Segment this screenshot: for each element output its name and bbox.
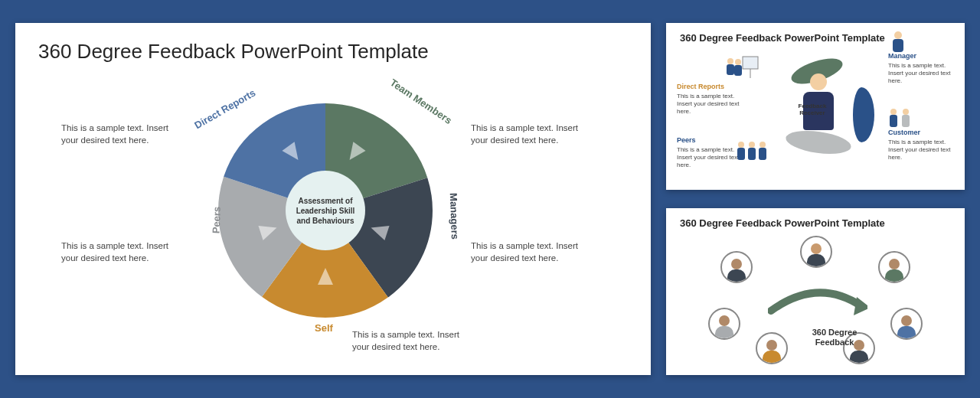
svg-rect-14	[748, 148, 756, 160]
segment-desc-self: This is a sample text. Insert your desir…	[352, 329, 475, 353]
svg-point-21	[903, 109, 909, 115]
avatar-icon	[756, 332, 788, 364]
cycle-arrow-icon	[768, 288, 867, 326]
svg-point-9	[735, 59, 741, 65]
people-icon	[724, 55, 760, 81]
svg-rect-20	[890, 115, 897, 127]
thumb1-diagram: Feedback Receiver Manager This is a samp…	[677, 47, 954, 182]
segment-desc-managers: This is a sample text. Insert your desir…	[471, 240, 593, 264]
thumb2-title: 360 Degree Feedback PowerPoint Template	[680, 217, 951, 229]
blob-shape	[853, 87, 874, 142]
thumbnail-column: 360 Degree Feedback PowerPoint Template …	[666, 23, 965, 375]
main-slide: 360 Degree Feedback PowerPoint Template …	[15, 23, 651, 375]
people-icon	[890, 31, 906, 54]
people-icon	[733, 139, 769, 165]
group-label: Direct Reports	[677, 83, 746, 91]
segment-label-self: Self	[315, 322, 333, 334]
avatar-icon	[708, 308, 740, 340]
people-icon	[887, 107, 913, 130]
svg-rect-12	[737, 148, 745, 160]
group-customer: Customer This is a sample text. Insert y…	[888, 129, 957, 161]
svg-point-15	[760, 142, 766, 148]
svg-point-19	[890, 109, 897, 115]
slide-title: 360 Degree Feedback PowerPoint Template	[38, 40, 628, 64]
segment-label-managers: Managers	[448, 193, 461, 240]
svg-rect-8	[727, 64, 734, 75]
avatar-icon	[800, 236, 832, 268]
svg-point-13	[749, 142, 755, 148]
arrow-icon	[318, 268, 333, 285]
donut-center-label: Assessment of Leadership Skill and Behav…	[286, 171, 365, 250]
svg-point-11	[738, 142, 744, 148]
donut-chart: Assessment of Leadership Skill and Behav…	[218, 103, 433, 318]
thumbnail-slide-1[interactable]: 360 Degree Feedback PowerPoint Template …	[666, 23, 965, 190]
svg-rect-10	[734, 65, 742, 76]
avatar-icon	[890, 308, 923, 340]
thumb1-title: 360 Degree Feedback PowerPoint Template	[680, 32, 951, 44]
group-text: This is a sample text. Insert your desir…	[677, 93, 746, 116]
svg-rect-16	[759, 148, 766, 160]
segment-label-peers: Peers	[211, 207, 223, 234]
group-direct: Direct Reports This is a sample text. In…	[677, 83, 746, 116]
segment-desc-team: This is a sample text. Insert your desir…	[471, 122, 593, 146]
segment-desc-peers: This is a sample text. Insert your desir…	[61, 240, 184, 264]
center-label: Feedback Receiver	[793, 103, 831, 116]
svg-point-17	[894, 31, 902, 39]
avatar-icon	[878, 251, 910, 283]
group-text: This is a sample text. Insert your desir…	[888, 62, 957, 85]
group-text: This is a sample text. Insert your desir…	[888, 139, 957, 161]
segment-desc-direct: This is a sample text. Insert your desir…	[61, 122, 184, 146]
thumb2-diagram: 360 Degree Feedback	[708, 242, 923, 366]
thumb2-caption: 360 Degree Feedback	[808, 328, 861, 347]
thumbnail-slide-2[interactable]: 360 Degree Feedback PowerPoint Template …	[666, 208, 965, 375]
svg-rect-5	[743, 57, 758, 69]
svg-rect-22	[902, 115, 910, 127]
svg-rect-18	[893, 39, 903, 52]
group-manager: Manager This is a sample text. Insert yo…	[888, 52, 957, 85]
svg-point-7	[727, 58, 733, 64]
avatar-icon	[720, 251, 753, 283]
